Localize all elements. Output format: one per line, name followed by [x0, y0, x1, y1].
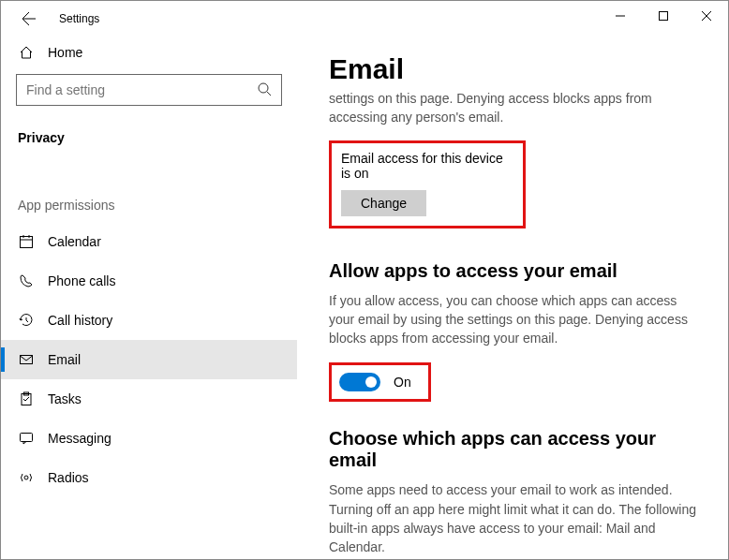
window-title: Settings: [59, 12, 99, 25]
sidebar-item-calendar[interactable]: Calendar: [1, 222, 297, 261]
phone-icon: [18, 273, 35, 289]
sidebar: Home Privacy App permissions Calendar Ph…: [1, 37, 301, 559]
sidebar-item-label: Calendar: [48, 234, 101, 249]
choose-desc: Some apps need to access your email to w…: [329, 480, 706, 556]
device-access-highlight: Email access for this device is on Chang…: [329, 140, 526, 228]
search-box[interactable]: [16, 74, 282, 106]
main-content: Email settings on this page. Denying acc…: [301, 37, 728, 559]
maximize-button[interactable]: [642, 1, 685, 31]
allow-toggle[interactable]: [339, 373, 380, 391]
change-button[interactable]: Change: [341, 190, 426, 216]
sidebar-item-phone-calls[interactable]: Phone calls: [1, 261, 297, 301]
tasks-icon: [18, 391, 35, 407]
radios-icon: [18, 469, 35, 486]
back-button[interactable]: [16, 6, 42, 32]
home-nav[interactable]: Home: [1, 37, 297, 70]
search-input[interactable]: [26, 82, 257, 97]
device-status-text: Email access for this device is on: [341, 151, 513, 181]
category-label: App permissions: [1, 153, 297, 222]
maximize-icon: [659, 11, 668, 21]
sidebar-item-label: Messaging: [48, 431, 112, 446]
allow-toggle-label: On: [394, 375, 411, 390]
sidebar-item-call-history[interactable]: Call history: [1, 301, 297, 340]
window-controls: [599, 1, 728, 31]
page-desc-cut: settings on this page. Denying access bl…: [329, 89, 706, 127]
sidebar-item-tasks[interactable]: Tasks: [1, 379, 297, 419]
email-icon: [18, 351, 35, 368]
messaging-icon: [18, 430, 35, 447]
calendar-icon: [18, 233, 35, 250]
sidebar-item-label: Email: [48, 352, 81, 367]
sidebar-item-messaging[interactable]: Messaging: [1, 419, 297, 458]
svg-rect-6: [21, 434, 33, 442]
svg-rect-3: [21, 356, 33, 364]
sidebar-item-radios[interactable]: Radios: [1, 458, 297, 497]
close-button[interactable]: [685, 1, 728, 31]
svg-rect-2: [21, 237, 33, 248]
sidebar-item-label: Phone calls: [48, 273, 115, 288]
svg-point-7: [24, 476, 28, 479]
sidebar-item-label: Radios: [48, 470, 89, 485]
main-container: Home Privacy App permissions Calendar Ph…: [1, 37, 728, 559]
search-icon: [257, 81, 272, 99]
titlebar: Settings: [1, 1, 728, 37]
minimize-icon: [616, 11, 625, 21]
sidebar-item-email[interactable]: Email: [1, 340, 297, 379]
allow-desc: If you allow access, you can choose whic…: [329, 291, 706, 348]
allow-heading: Allow apps to access your email: [329, 260, 706, 282]
section-label: Privacy: [1, 113, 297, 153]
svg-rect-0: [660, 12, 668, 21]
arrow-left-icon: [22, 11, 37, 26]
home-label: Home: [48, 45, 82, 60]
sidebar-item-label: Tasks: [48, 391, 82, 406]
close-icon: [702, 11, 711, 21]
sidebar-item-label: Call history: [48, 313, 112, 328]
allow-toggle-highlight: On: [329, 362, 431, 402]
history-icon: [18, 312, 35, 329]
svg-point-1: [259, 83, 268, 93]
choose-heading: Choose which apps can access your email: [329, 428, 706, 471]
page-title: Email: [329, 53, 706, 85]
minimize-button[interactable]: [599, 1, 642, 31]
home-icon: [18, 44, 35, 61]
